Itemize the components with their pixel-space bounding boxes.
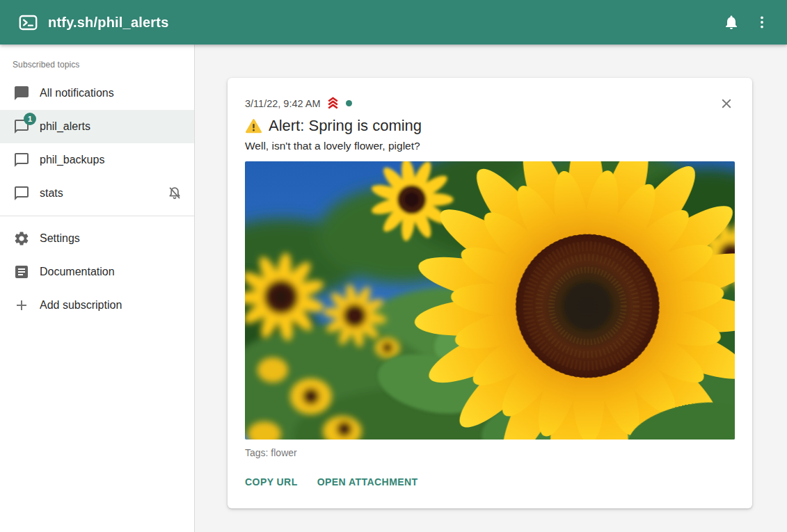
sidebar-item-label: Add subscription — [40, 299, 183, 312]
main-content: 3/11/22, 9:42 AM Alert: Spring is coming — [195, 45, 787, 532]
bell-icon — [723, 14, 740, 31]
sidebar-item-all-notifications[interactable]: All notifications — [0, 76, 194, 110]
notification-card: 3/11/22, 9:42 AM Alert: Spring is coming — [228, 78, 752, 508]
notification-timestamp: 3/11/22, 9:42 AM — [245, 98, 321, 109]
sidebar-item-label: Settings — [40, 232, 183, 245]
notifications-button[interactable] — [716, 7, 747, 38]
article-icon — [13, 264, 30, 280]
copy-url-button[interactable]: COPY URL — [245, 475, 298, 489]
notification-body: Well, isn't that a lovely flower, piglet… — [245, 140, 735, 152]
sidebar-item-phil-alerts[interactable]: 1 phil_alerts — [0, 110, 194, 143]
sidebar: Subscribed topics All notifications 1 ph… — [0, 45, 195, 532]
chat-bubble-outline-icon: 1 — [13, 118, 30, 135]
notification-title: Alert: Spring is coming — [245, 117, 735, 135]
sidebar-item-phil-backups[interactable]: phil_backups — [0, 143, 194, 177]
notification-actions: COPY URL OPEN ATTACHMENT — [245, 475, 735, 489]
close-icon — [719, 96, 734, 111]
chat-bubble-filled-icon — [13, 85, 30, 102]
overflow-menu-button[interactable] — [747, 7, 777, 38]
kebab-menu-icon — [754, 14, 770, 31]
sidebar-divider — [0, 216, 194, 216]
bell-off-icon — [166, 185, 183, 202]
subscribed-topics-label: Subscribed topics — [0, 45, 194, 76]
notification-title-text: Alert: Spring is coming — [269, 117, 422, 135]
sidebar-item-label: All notifications — [40, 87, 183, 99]
sidebar-item-label: stats — [40, 187, 166, 200]
gear-icon — [13, 230, 30, 247]
open-attachment-button[interactable]: OPEN ATTACHMENT — [317, 475, 418, 489]
sidebar-item-add-subscription[interactable]: Add subscription — [0, 289, 194, 322]
triple-chevron-up-red-icon — [326, 96, 340, 111]
page-title: ntfy.sh/phil_alerts — [48, 15, 168, 31]
green-dot — [346, 100, 352, 106]
chat-bubble-outline-icon — [13, 152, 30, 168]
sidebar-item-label: phil_alerts — [40, 120, 183, 133]
plus-icon — [13, 297, 30, 314]
dismiss-notification-button[interactable] — [716, 93, 737, 114]
sidebar-item-stats[interactable]: stats — [0, 177, 194, 210]
sidebar-item-documentation[interactable]: Documentation — [0, 255, 194, 289]
notification-meta: 3/11/22, 9:42 AM — [245, 96, 735, 111]
app-bar: ntfy.sh/phil_alerts — [0, 0, 787, 45]
notification-tags: Tags: flower — [245, 447, 735, 458]
chat-bubble-outline-icon — [13, 185, 30, 202]
sidebar-item-label: Documentation — [40, 266, 183, 278]
attachment-image[interactable] — [245, 161, 735, 440]
sidebar-item-settings[interactable]: Settings — [0, 222, 194, 255]
terminal-prompt-icon — [19, 13, 38, 32]
unread-count-badge: 1 — [24, 113, 36, 125]
sidebar-item-label: phil_backups — [40, 154, 183, 166]
warning-triangle-icon — [245, 118, 262, 135]
